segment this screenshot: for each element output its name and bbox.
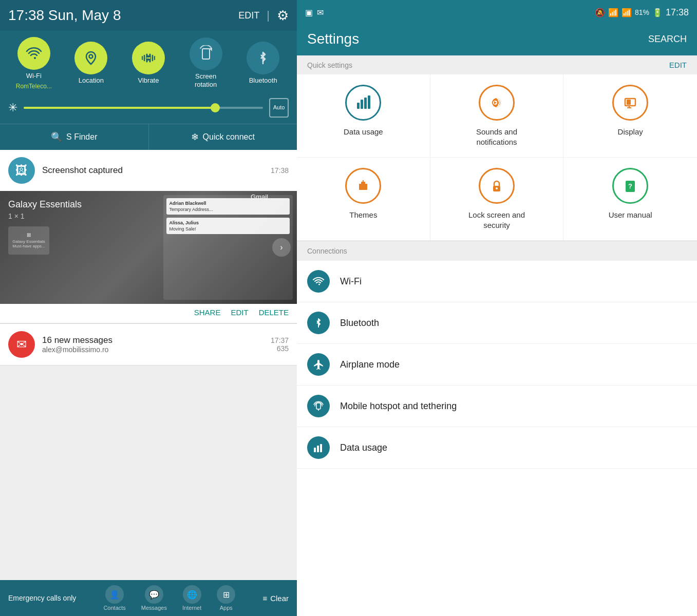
notification-panel: 17:38 Sun, May 8 EDIT | ⚙ Wi-Fi RomTelec… xyxy=(0,0,297,616)
qs-item-user-manual[interactable]: ? User manual xyxy=(563,158,697,241)
airplane-list-icon xyxy=(307,353,330,376)
settings-item-airplane[interactable]: Airplane mode xyxy=(297,344,697,386)
auto-brightness-button[interactable]: Auto xyxy=(269,98,289,118)
settings-item-hotspot[interactable]: Mobile hotspot and tethering xyxy=(297,386,697,427)
data-usage-settings-icon xyxy=(312,441,325,454)
location-icon xyxy=(82,49,100,67)
user-manual-circle: ? xyxy=(612,168,648,204)
preview-title: Galaxy Essentials xyxy=(8,199,151,210)
settings-item-wifi[interactable]: Wi-Fi xyxy=(297,261,697,302)
edit-quick-settings-button[interactable]: EDIT xyxy=(669,61,687,69)
bluetooth-list-label: Bluetooth xyxy=(340,318,379,329)
internet-label: Internet xyxy=(182,605,201,611)
svg-point-20 xyxy=(496,187,498,189)
contacts-icon: 👤 xyxy=(105,585,124,604)
screenshot-notif-title: Screenshot captured xyxy=(42,165,263,176)
notification-screenshot[interactable]: 🖼 Screenshot captured 17:38 Galaxy Essen… xyxy=(0,150,297,324)
display-circle xyxy=(612,85,648,121)
settings-title: Settings xyxy=(307,31,359,47)
brightness-fill xyxy=(24,107,215,109)
qs-item-themes[interactable]: Themes xyxy=(297,158,430,241)
status-bar-left: 17:38 Sun, May 8 EDIT | ⚙ xyxy=(0,0,297,31)
toggle-vibrate[interactable]: Vibrate xyxy=(125,42,172,85)
screen-rotation-icon xyxy=(197,45,215,63)
notif-header-screenshot: 🖼 Screenshot captured 17:38 xyxy=(0,150,297,191)
settings-item-data-usage[interactable]: Data usage xyxy=(297,427,697,469)
email-notif-icon: ✉ xyxy=(8,331,35,358)
battery-icon: 🔋 xyxy=(652,8,663,17)
preview-arrow-button[interactable]: › xyxy=(272,238,291,257)
status-icons-left: ▣ ✉ xyxy=(305,8,324,17)
time-date-left: 17:38 Sun, May 8 xyxy=(8,7,121,24)
display-label: Display xyxy=(618,127,643,137)
location-label: Location xyxy=(79,76,104,85)
quick-toggles: Wi-Fi RomTeleco... Location xyxy=(0,31,297,94)
gear-icon[interactable]: ⚙ xyxy=(277,8,289,24)
themes-icon xyxy=(354,177,372,195)
s-finder-button[interactable]: 🔍 S Finder xyxy=(0,124,149,150)
search-row: 🔍 S Finder ❄ Quick connect xyxy=(0,124,297,150)
preview-app-icon: ⊞ xyxy=(27,232,31,238)
display-icon xyxy=(621,93,639,112)
screen-rotation-circle xyxy=(190,37,222,70)
email-notif-meta: 17:37 635 xyxy=(271,336,289,353)
battery-percent: 81% xyxy=(635,8,649,16)
toggle-location[interactable]: Location xyxy=(68,42,114,85)
airplane-list-label: Airplane mode xyxy=(340,359,400,370)
bottom-apps[interactable]: ⊞ Apps xyxy=(217,585,235,611)
toggle-bluetooth[interactable]: Bluetooth xyxy=(240,42,286,85)
bottom-contacts[interactable]: 👤 Contacts xyxy=(103,585,125,611)
signal-icon: 📶 xyxy=(621,8,632,17)
status-icon-screen: ▣ xyxy=(305,8,313,17)
wifi-status-icon: 📶 xyxy=(608,8,618,17)
connections-section-title: Connections xyxy=(307,247,347,255)
status-icon-mail: ✉ xyxy=(317,8,324,17)
svg-rect-16 xyxy=(359,184,367,190)
svg-point-0 xyxy=(89,55,93,59)
clear-button[interactable]: ≡ Clear xyxy=(262,594,289,603)
brightness-track[interactable] xyxy=(24,107,263,109)
wifi-list-icon xyxy=(307,270,330,293)
divider: | xyxy=(267,9,270,22)
sounds-circle xyxy=(479,85,515,121)
toggle-wifi[interactable]: Wi-Fi RomTeleco... xyxy=(11,37,57,90)
notification-email[interactable]: ✉ 16 new messages alex@mobilissimo.ro 17… xyxy=(0,324,297,365)
themes-circle xyxy=(345,168,381,204)
toggle-row: Wi-Fi RomTeleco... Location xyxy=(5,37,292,90)
bottom-bar: Emergency calls only 👤 Contacts 💬 Messag… xyxy=(0,580,297,616)
search-icon: 🔍 xyxy=(51,131,62,143)
screenshot-notif-icon: 🖼 xyxy=(8,157,35,184)
search-button[interactable]: SEARCH xyxy=(648,34,687,45)
delete-button[interactable]: DELETE xyxy=(259,308,289,317)
bluetooth-icon xyxy=(254,49,272,67)
notif-content-screenshot: Screenshot captured xyxy=(42,165,263,176)
notifications-area: 🖼 Screenshot captured 17:38 Galaxy Essen… xyxy=(0,150,297,580)
toggle-screen-rotation[interactable]: Screenrotation xyxy=(183,37,229,90)
bottom-internet[interactable]: 🌐 Internet xyxy=(182,585,201,611)
vibrate-circle xyxy=(132,42,165,74)
lock-screen-label: Lock screen andsecurity xyxy=(468,210,525,230)
data-usage-list-label: Data usage xyxy=(340,442,387,453)
edit-button[interactable]: EDIT xyxy=(231,308,248,317)
bottom-messages[interactable]: 💬 Messages xyxy=(141,585,167,611)
qs-item-display[interactable]: Display xyxy=(563,74,697,158)
airplane-settings-icon xyxy=(312,358,325,371)
edit-button-status[interactable]: EDIT xyxy=(238,10,259,21)
preview-sub: 1 × 1 xyxy=(8,212,151,220)
qs-item-data-usage[interactable]: Data usage xyxy=(297,74,430,158)
wifi-settings-icon xyxy=(312,275,325,287)
sounds-label: Sounds andnotifications xyxy=(476,127,517,147)
qs-item-lock-screen[interactable]: Lock screen andsecurity xyxy=(430,158,564,241)
settings-item-bluetooth[interactable]: Bluetooth xyxy=(297,302,697,344)
share-button[interactable]: SHARE xyxy=(194,308,221,317)
svg-rect-3 xyxy=(202,49,210,59)
quick-connect-button[interactable]: ❄ Quick connect xyxy=(149,124,297,150)
bluetooth-label: Bluetooth xyxy=(249,76,277,85)
sounds-icon xyxy=(487,93,506,112)
qs-item-sounds[interactable]: Sounds andnotifications xyxy=(430,74,564,158)
vibrate-label: Vibrate xyxy=(138,76,159,85)
email-notif-time: 17:37 xyxy=(271,336,289,344)
brightness-row: ✳ Auto xyxy=(0,94,297,124)
lock-screen-circle xyxy=(479,168,515,204)
connections-section-header: Connections xyxy=(297,241,697,261)
